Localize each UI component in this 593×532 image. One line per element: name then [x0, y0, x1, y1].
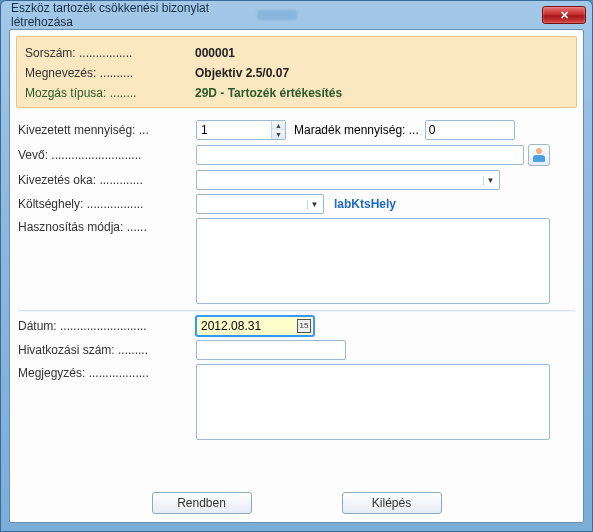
ok-label: Rendben [177, 496, 226, 510]
note-textarea[interactable] [196, 364, 550, 440]
costcenter-link[interactable]: labKtsHely [334, 197, 396, 211]
buyer-label: Vevő: ........................... [18, 148, 196, 162]
document-header: Sorszám: ................ 000001 Megneve… [16, 36, 577, 108]
date-row: Dátum: .......................... 2012.0… [18, 316, 575, 336]
usage-label: Hasznosítás módja: ...... [18, 218, 196, 234]
remaining-label: Maradék mennyiség: ... [294, 123, 419, 137]
reason-value [201, 173, 483, 187]
separator [18, 310, 575, 312]
costcenter-combo[interactable]: ▼ [196, 194, 324, 214]
buyer-row: Vevő: ........................... [18, 144, 575, 166]
date-label: Dátum: .......................... [18, 319, 196, 333]
reason-row: Kivezetés oka: ............. ▼ [18, 170, 575, 190]
reason-combo[interactable]: ▼ [196, 170, 500, 190]
costcenter-label: Költséghely: ................. [18, 197, 196, 211]
date-value: 2012.08.31 [201, 319, 297, 333]
titlebar-decoration [257, 10, 297, 20]
movetype-value: 29D - Tartozék értékesítés [195, 86, 342, 100]
window: Eszköz tartozék csökkenési bizonylat lét… [0, 0, 593, 532]
remaining-input[interactable] [425, 120, 515, 140]
serial-label: Sorszám: ................ [25, 46, 195, 60]
close-button[interactable]: ✕ [542, 6, 586, 24]
movetype-label: Mozgás típusa: ........ [25, 86, 195, 100]
name-label: Megnevezés: .......... [25, 66, 195, 80]
close-icon: ✕ [560, 9, 569, 22]
usage-row: Hasznosítás módja: ...... [18, 218, 575, 304]
costcenter-value [201, 197, 307, 211]
buyer-input[interactable] [196, 145, 524, 165]
spinner-down-icon[interactable]: ▼ [272, 130, 285, 139]
reason-label: Kivezetés oka: ............. [18, 173, 196, 187]
cancel-label: Kilépés [372, 496, 411, 510]
ok-button[interactable]: Rendben [152, 492, 252, 514]
person-icon [532, 148, 546, 162]
buyer-lookup-button[interactable] [528, 144, 550, 166]
titlebar: Eszköz tartozék csökkenési bizonylat lét… [1, 1, 592, 29]
qty-out-spinner[interactable]: ▲ ▼ [196, 120, 286, 140]
costcenter-row: Költséghely: ................. ▼ labKtsH… [18, 194, 575, 214]
note-label: Megjegyzés: .................. [18, 364, 196, 380]
qty-out-input[interactable] [197, 121, 271, 139]
client-area: Sorszám: ................ 000001 Megneve… [9, 29, 584, 523]
ref-row: Hivatkozási szám: ......... [18, 340, 575, 360]
name-value: Objektiv 2.5/0.07 [195, 66, 289, 80]
ref-label: Hivatkozási szám: ......... [18, 343, 196, 357]
chevron-down-icon: ▼ [307, 200, 321, 209]
spinner-up-icon[interactable]: ▲ [272, 121, 285, 130]
movetype-row: Mozgás típusa: ........ 29D - Tartozék é… [25, 83, 568, 103]
qty-out-label: Kivezetett mennyiség: ... [18, 123, 196, 137]
chevron-down-icon: ▼ [483, 176, 497, 185]
ref-input[interactable] [196, 340, 346, 360]
qty-row: Kivezetett mennyiség: ... ▲ ▼ Maradék me… [18, 120, 575, 140]
name-row: Megnevezés: .......... Objektiv 2.5/0.07 [25, 63, 568, 83]
serial-row: Sorszám: ................ 000001 [25, 43, 568, 63]
serial-value: 000001 [195, 46, 235, 60]
note-row: Megjegyzés: .................. [18, 364, 575, 440]
form-area: Kivezetett mennyiség: ... ▲ ▼ Maradék me… [10, 114, 583, 486]
footer: Rendben Kilépés [10, 486, 583, 522]
calendar-icon[interactable]: 15 [297, 319, 311, 333]
cancel-button[interactable]: Kilépés [342, 492, 442, 514]
date-input[interactable]: 2012.08.31 15 [196, 316, 314, 336]
window-title: Eszköz tartozék csökkenési bizonylat lét… [11, 1, 257, 29]
usage-textarea[interactable] [196, 218, 550, 304]
